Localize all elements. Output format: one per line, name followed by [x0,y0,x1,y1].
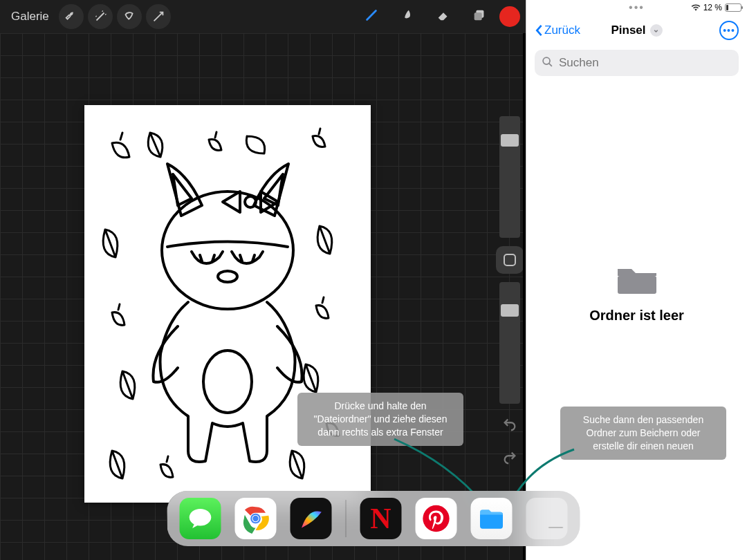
move-icon[interactable] [146,4,171,29]
more-options-button[interactable]: ••• [719,21,739,40]
layers-icon[interactable] [463,8,495,26]
back-label: Zurück [544,24,580,37]
multitasking-dots-icon[interactable]: ••• [629,4,645,11]
gallery-button[interactable]: Galerie [6,10,55,24]
chevron-down-icon [650,24,663,37]
ipad-dock: N [167,491,580,546]
color-picker[interactable] [499,6,520,27]
files-nav-bar: Zurück Pinsel ••• [526,15,747,46]
procreate-toolbar: Galerie [0,0,526,33]
eraser-icon[interactable] [427,8,459,26]
dock-divider [346,500,347,537]
svg-point-5 [203,351,252,413]
svg-point-12 [252,516,258,521]
dock-app-netflix[interactable]: N [360,498,402,539]
battery-percent: 12 % [703,3,722,12]
selection-icon[interactable] [117,4,142,29]
wifi-icon [691,3,701,13]
smudge-icon[interactable] [391,8,423,26]
svg-rect-7 [618,276,656,294]
folder-title[interactable]: Pinsel [611,24,662,37]
dock-app-files[interactable] [471,498,513,539]
dock-app-messages[interactable] [180,498,221,539]
dock-app-pinterest[interactable] [416,498,457,539]
folder-icon [615,262,659,295]
empty-folder-state: Ordner ist leer [526,53,747,532]
status-bar: ••• 12 % [526,0,747,15]
redo-button[interactable] [499,445,520,470]
svg-point-8 [190,509,212,526]
dock-app-procreate[interactable] [290,498,332,539]
files-app: ••• 12 % Zurück Pinsel ••• [526,0,747,560]
procreate-app: Galerie [0,0,526,560]
brush-icon[interactable] [356,8,387,26]
tutorial-hint-left: Drücke und halte den "Dateiordner" und z… [297,393,463,446]
battery-icon [725,3,741,12]
back-button[interactable]: Zurück [535,24,580,37]
svg-point-4 [218,271,237,282]
svg-point-2 [162,192,293,309]
wand-icon[interactable] [88,4,113,29]
wrench-icon[interactable] [59,4,84,29]
dock-app-folder[interactable] [526,498,568,539]
tutorial-hint-right: Suche dann den passenden Ordner zum Beic… [560,407,726,460]
empty-folder-label: Ordner ist leer [589,308,684,324]
undo-button[interactable] [499,412,520,437]
modify-button[interactable] [496,246,524,274]
svg-rect-1 [474,12,482,20]
dock-app-chrome[interactable] [235,498,277,539]
brush-opacity-slider[interactable] [499,282,520,404]
brush-sliders [499,116,520,470]
brush-size-slider[interactable] [499,116,520,238]
